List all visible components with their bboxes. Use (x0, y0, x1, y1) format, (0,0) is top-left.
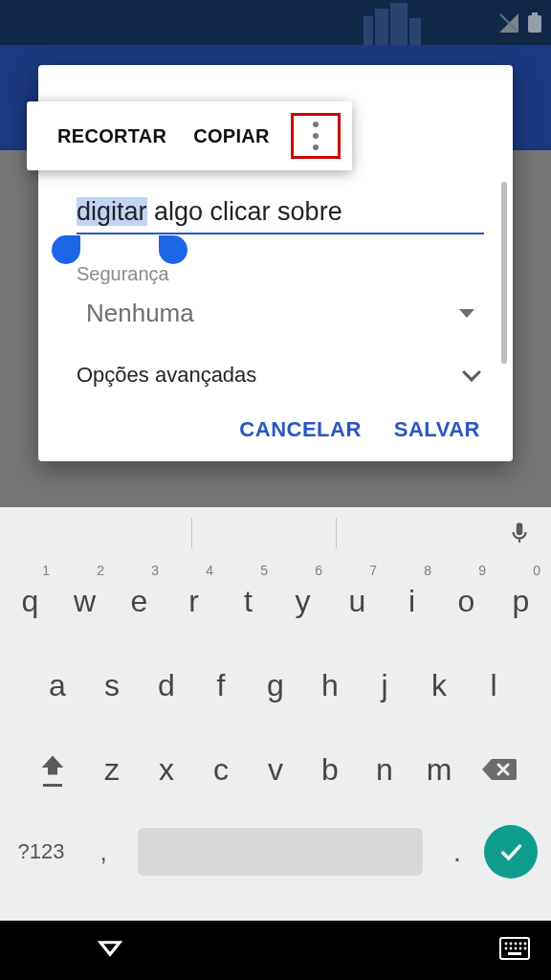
key-v[interactable]: v (249, 727, 303, 812)
key-e[interactable]: e3 (112, 559, 166, 643)
key-s[interactable]: s (85, 643, 140, 727)
key-a[interactable]: a (31, 643, 85, 727)
svg-rect-13 (508, 952, 521, 955)
period-key[interactable]: . (430, 835, 484, 868)
key-k[interactable]: k (412, 643, 467, 727)
more-vert-icon (313, 122, 319, 150)
svg-point-5 (515, 943, 518, 946)
key-z[interactable]: z (85, 727, 140, 812)
key-l[interactable]: l (467, 643, 521, 727)
security-dropdown[interactable]: Nenhuma (77, 299, 484, 328)
key-p[interactable]: p0 (494, 559, 548, 643)
key-w[interactable]: w2 (57, 559, 112, 643)
mic-icon[interactable] (507, 521, 532, 546)
key-c[interactable]: c (194, 727, 249, 812)
svg-point-4 (510, 943, 513, 946)
input-rest-text: algo clicar sobre (147, 197, 342, 226)
key-x[interactable]: x (140, 727, 194, 812)
svg-rect-0 (528, 15, 541, 33)
svg-point-3 (505, 943, 508, 946)
svg-point-9 (510, 947, 513, 950)
key-r[interactable]: r4 (166, 559, 221, 643)
space-key[interactable] (138, 828, 423, 876)
no-data-icon (497, 11, 520, 34)
navigation-bar (0, 921, 551, 980)
svg-point-7 (524, 943, 527, 946)
key-u[interactable]: u7 (330, 559, 385, 643)
shift-key[interactable] (20, 753, 85, 787)
key-d[interactable]: d (140, 643, 194, 727)
chevron-down-icon (462, 363, 481, 382)
battery-icon (526, 11, 543, 34)
security-label: Segurança (77, 263, 484, 285)
text-context-menu: RECORTAR COPIAR (27, 101, 352, 170)
dialog-scrollbar[interactable] (501, 182, 507, 364)
svg-point-6 (519, 943, 522, 946)
security-value: Nenhuma (77, 299, 194, 328)
svg-rect-1 (532, 12, 538, 16)
input-selected-text: digitar (77, 197, 147, 226)
key-t[interactable]: t5 (221, 559, 276, 643)
key-m[interactable]: m (412, 727, 467, 812)
svg-point-12 (524, 947, 527, 950)
svg-point-8 (505, 947, 508, 950)
advanced-options-expander[interactable]: Opções avançadas (77, 363, 484, 389)
svg-point-10 (515, 947, 518, 950)
save-button[interactable]: SALVAR (394, 417, 480, 442)
cut-button[interactable]: RECORTAR (44, 125, 180, 147)
network-name-input-wrap[interactable]: digitar algo clicar sobre (77, 197, 484, 234)
key-y[interactable]: y6 (276, 559, 330, 643)
nav-back-button[interactable] (96, 934, 124, 967)
key-f[interactable]: f (194, 643, 249, 727)
key-b[interactable]: b (303, 727, 358, 812)
copy-button[interactable]: COPIAR (180, 125, 283, 147)
key-j[interactable]: j (358, 643, 412, 727)
key-h[interactable]: h (303, 643, 358, 727)
key-i[interactable]: i8 (385, 559, 439, 643)
symbols-key[interactable]: ?123 (6, 839, 77, 864)
more-options-button[interactable] (291, 113, 341, 159)
decorative-buildings (364, 0, 421, 45)
selection-handle-start[interactable] (52, 235, 80, 264)
enter-key[interactable] (484, 825, 538, 879)
key-g[interactable]: g (249, 643, 303, 727)
key-o[interactable]: o9 (439, 559, 494, 643)
network-name-input: digitar algo clicar sobre (77, 197, 484, 234)
nav-keyboard-switcher[interactable] (499, 937, 530, 964)
comma-key[interactable]: , (77, 837, 130, 867)
key-n[interactable]: n (358, 727, 412, 812)
advanced-label: Opções avançadas (77, 363, 256, 388)
selection-handle-end[interactable] (159, 235, 187, 264)
dropdown-arrow-icon (459, 309, 474, 318)
status-bar (497, 0, 543, 45)
svg-point-11 (519, 947, 522, 950)
cancel-button[interactable]: CANCELAR (239, 417, 361, 442)
backspace-key[interactable] (467, 755, 532, 784)
suggestion-bar (0, 507, 551, 559)
key-q[interactable]: q1 (3, 559, 57, 643)
soft-keyboard: q1w2e3r4t5y6u7i8o9p0 asdfghjkl zxcvbnm ?… (0, 507, 551, 921)
